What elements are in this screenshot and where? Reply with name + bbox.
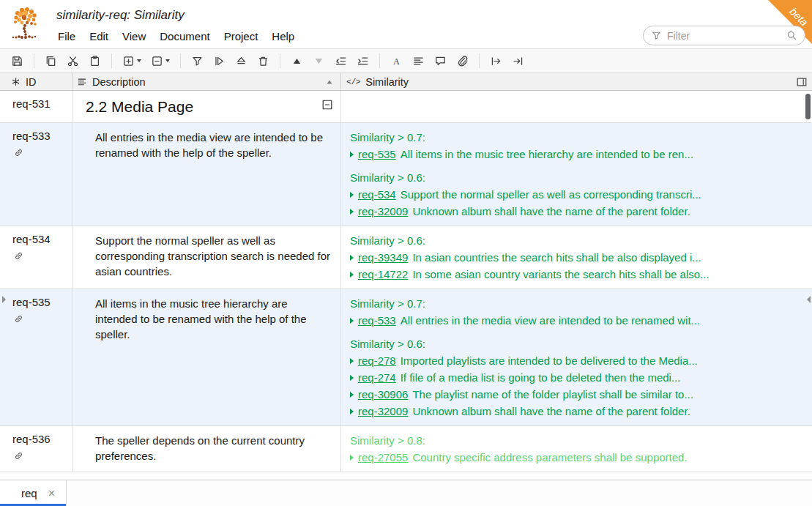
- similarity-ref-text: The playlist name of the folder playlist…: [412, 387, 693, 402]
- similarity-ref-link[interactable]: req-14722: [358, 267, 408, 282]
- similarity-item: req-535All items in the music tree hiera…: [350, 146, 803, 162]
- asterisk-icon: [11, 77, 21, 86]
- menu-edit[interactable]: Edit: [88, 29, 110, 43]
- requirement-description: Support the normal speller as well as co…: [95, 233, 330, 279]
- similarity-item: req-534Support the normal speller as wel…: [350, 187, 803, 202]
- save-icon: [11, 55, 23, 67]
- left-splitter-handle[interactable]: [0, 284, 7, 315]
- similarity-ref-link[interactable]: req-534: [358, 187, 396, 202]
- similarity-group: Similarity > 0.8:req-27055Country specif…: [350, 433, 803, 465]
- similarity-ref-link[interactable]: req-533: [358, 313, 396, 328]
- similarity-ref-link[interactable]: req-27055: [358, 450, 408, 465]
- move-up-button[interactable]: [287, 53, 307, 69]
- text-lines-icon: [77, 77, 87, 87]
- menu-help[interactable]: Help: [270, 29, 296, 43]
- similarity-ref-text: Support the normal speller as well as co…: [401, 187, 701, 202]
- trash-button[interactable]: [253, 53, 273, 69]
- table-row-req-533[interactable]: req-533All entries in the media view are…: [0, 123, 812, 226]
- similarity-threshold-label: Similarity > 0.7:: [350, 130, 803, 145]
- link-icon: [13, 313, 67, 324]
- paste-icon: [89, 55, 101, 67]
- copy-button[interactable]: [41, 53, 61, 69]
- similarity-ref-link[interactable]: req-32009: [358, 403, 408, 419]
- collapse-icon[interactable]: [321, 99, 333, 111]
- tab-req[interactable]: req×: [0, 480, 67, 506]
- similarity-cell: Similarity > 0.7:req-533All entries in t…: [341, 289, 812, 425]
- column-header-similarity[interactable]: </> Similarity: [341, 73, 812, 90]
- remove-item-button[interactable]: [147, 53, 174, 69]
- cut-button[interactable]: [63, 53, 83, 69]
- column-label-description: Description: [92, 76, 146, 88]
- column-header-description[interactable]: Description: [73, 73, 341, 90]
- eject-button[interactable]: [231, 53, 251, 69]
- funnel-icon: [651, 30, 662, 41]
- chevron-left-icon: [807, 296, 811, 303]
- similarity-group: Similarity > 0.6:req-534Support the norm…: [350, 170, 803, 219]
- link-in-icon: [512, 55, 524, 67]
- similarity-item: req-30906The playlist name of the folder…: [350, 387, 803, 402]
- comment-button[interactable]: [431, 53, 450, 69]
- cut-icon: [67, 55, 79, 67]
- description-cell: All items in the music tree hierarchy ar…: [73, 289, 341, 425]
- columns-config-icon[interactable]: [796, 76, 808, 88]
- align-lines-button[interactable]: [409, 53, 428, 69]
- similarity-ref-link[interactable]: req-30906: [358, 387, 408, 402]
- link-out-button[interactable]: [486, 53, 506, 69]
- requirement-description: All items in the music tree hierarchy ar…: [95, 296, 330, 342]
- sort-ascending-icon[interactable]: [326, 78, 333, 86]
- column-label-id: ID: [26, 76, 37, 88]
- vertical-scrollbar[interactable]: [805, 94, 811, 119]
- outdent-button[interactable]: [331, 53, 351, 69]
- similarity-ref-text: In some asian country variants the searc…: [412, 267, 709, 282]
- indent-button[interactable]: [353, 53, 373, 69]
- link-icon: [13, 250, 67, 261]
- section-heading: 2.2 Media Page: [86, 97, 193, 116]
- menu-file[interactable]: File: [56, 29, 77, 43]
- similarity-threshold-label: Similarity > 0.6:: [350, 170, 803, 185]
- similarity-threshold-label: Similarity > 0.7:: [350, 296, 803, 311]
- bullet-icon: [350, 152, 354, 157]
- bullet-icon: [350, 209, 354, 215]
- similarity-cell: Similarity > 0.6:req-39349In asian count…: [341, 226, 812, 289]
- column-label-similarity: Similarity: [365, 76, 409, 88]
- toolbar-separator: [379, 53, 380, 68]
- goto-marker-button[interactable]: [209, 53, 229, 69]
- link-icon: [13, 450, 67, 461]
- table-row-req-531[interactable]: req-5312.2 Media Page: [0, 91, 812, 123]
- similarity-ref-link[interactable]: req-274: [358, 370, 396, 385]
- similarity-threshold-label: Similarity > 0.6:: [350, 233, 803, 248]
- move-down-button: [309, 53, 329, 69]
- similarity-ref-link[interactable]: req-32009: [358, 204, 408, 219]
- similarity-item: req-32009Unknown album shall have the na…: [350, 403, 803, 419]
- move-down-icon: [313, 55, 325, 67]
- tab-close-icon[interactable]: ×: [48, 488, 55, 499]
- bullet-icon: [350, 392, 354, 398]
- filter-input[interactable]: [667, 30, 781, 42]
- link-icon: [13, 147, 67, 158]
- paste-button[interactable]: [85, 53, 105, 69]
- similarity-item: req-14722In some asian country variants …: [350, 267, 803, 282]
- similarity-ref-link[interactable]: req-278: [358, 353, 396, 368]
- similarity-ref-text: Country specific address parameters shal…: [412, 450, 687, 465]
- right-splitter-handle[interactable]: [805, 284, 812, 315]
- link-in-button[interactable]: [508, 53, 528, 69]
- menu-view[interactable]: View: [121, 29, 147, 43]
- save-button[interactable]: [7, 53, 27, 69]
- filter-rows-button[interactable]: [187, 53, 207, 69]
- similarity-ref-link[interactable]: req-535: [358, 146, 396, 162]
- document-title: similarity-req: Similarity: [56, 8, 296, 23]
- table-row-req-534[interactable]: req-534Support the normal speller as wel…: [0, 226, 812, 289]
- menu-document[interactable]: Document: [158, 29, 211, 43]
- filter-box: [643, 26, 805, 45]
- attachment-icon: [456, 55, 469, 67]
- bullet-icon: [350, 455, 354, 461]
- similarity-ref-link[interactable]: req-39349: [358, 250, 408, 265]
- requirement-id: req-533: [12, 130, 67, 142]
- table-row-req-536[interactable]: req-536The speller depends on the curren…: [0, 426, 812, 472]
- menu-project[interactable]: Project: [223, 29, 260, 43]
- table-row-req-535[interactable]: req-535All items in the music tree hiera…: [0, 289, 812, 426]
- format-text-button[interactable]: A: [387, 53, 406, 69]
- column-header-id[interactable]: ID: [0, 73, 73, 90]
- add-item-button[interactable]: [119, 53, 145, 69]
- attachment-button[interactable]: [452, 53, 472, 69]
